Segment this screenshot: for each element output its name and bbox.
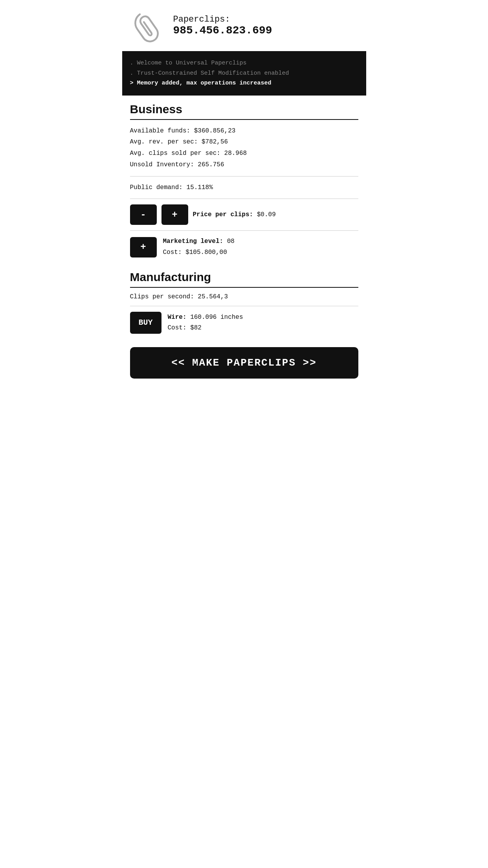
avg-rev-line: Avg. rev. per sec: $782,56	[130, 136, 358, 148]
make-paperclips-container: << MAKE PAPERCLIPS >>	[122, 339, 366, 386]
avg-clips-line: Avg. clips sold per sec: 28.968	[130, 148, 358, 159]
paperclips-label: Paperclips:	[173, 15, 272, 24]
wire-label: Wire:	[168, 314, 187, 321]
demand-row: Public demand: 15.118%	[130, 177, 358, 199]
clips-per-second-row: Clips per second: 25.564,3	[130, 288, 358, 306]
price-decrease-button[interactable]: -	[130, 204, 157, 225]
avg-rev-value: $782,56	[202, 138, 228, 145]
unsold-line: Unsold Inventory: 265.756	[130, 159, 358, 171]
log-line-3: > Memory added, max operations increased	[130, 78, 358, 88]
marketing-upgrade-button[interactable]: +	[130, 237, 157, 257]
business-section-title: Business	[130, 96, 358, 120]
paperclip-icon	[130, 8, 165, 43]
paperclips-count: 985.456.823.699	[173, 24, 272, 37]
clips-per-sec-value: 25.564,3	[198, 293, 228, 300]
marketing-level-value: 08	[227, 238, 235, 245]
business-section: Business Available funds: $360.856,23 Av…	[122, 96, 366, 263]
wire-cost-value: $82	[190, 324, 202, 331]
business-stats: Available funds: $360.856,23 Avg. rev. p…	[130, 120, 358, 177]
wire-row: BUY Wire: 160.096 inches Cost: $82	[130, 306, 358, 339]
manufacturing-section-title: Manufacturing	[130, 263, 358, 288]
price-text: Price per clips: $0.09	[193, 211, 276, 218]
manufacturing-section: Manufacturing Clips per second: 25.564,3…	[122, 263, 366, 339]
wire-cost-label: Cost:	[168, 324, 187, 331]
log-line-2: . Trust-Constrained Self Modification en…	[130, 68, 358, 79]
wire-cost-line: Cost: $82	[168, 323, 243, 333]
price-increase-button[interactable]: +	[161, 204, 188, 225]
unsold-label: Unsold Inventory:	[130, 161, 194, 168]
marketing-cost-line: Cost: $105.800,00	[163, 247, 235, 258]
clips-per-sec-label: Clips per second:	[130, 293, 194, 300]
header: Paperclips: 985.456.823.699	[122, 0, 366, 51]
avg-clips-label: Avg. clips sold per sec:	[130, 150, 220, 157]
price-label: Price per clips:	[193, 211, 253, 218]
make-paperclips-button[interactable]: << MAKE PAPERCLIPS >>	[130, 347, 358, 379]
price-value: $0.09	[257, 211, 276, 218]
unsold-value: 265.756	[198, 161, 224, 168]
marketing-row: + Marketing level: 08 Cost: $105.800,00	[130, 231, 358, 263]
price-row: - + Price per clips: $0.09	[130, 199, 358, 231]
wire-amount-line: Wire: 160.096 inches	[168, 312, 243, 323]
marketing-cost-value: $105.800,00	[185, 249, 227, 256]
header-text: Paperclips: 985.456.823.699	[173, 15, 272, 37]
marketing-level-label: Marketing level:	[163, 238, 224, 245]
log-line-1: . Welcome to Universal Paperclips	[130, 58, 358, 68]
marketing-info: Marketing level: 08 Cost: $105.800,00	[163, 236, 235, 257]
bottom-spacer	[122, 386, 366, 418]
avg-rev-label: Avg. rev. per sec:	[130, 138, 198, 145]
available-funds-line: Available funds: $360.856,23	[130, 125, 358, 137]
console-log: . Welcome to Universal Paperclips . Trus…	[122, 51, 366, 96]
avg-clips-value: 28.968	[224, 150, 247, 157]
available-funds-value: $360.856,23	[194, 127, 236, 134]
available-funds-label: Available funds:	[130, 127, 191, 134]
demand-line: Public demand: 15.118%	[130, 182, 358, 193]
marketing-level-line: Marketing level: 08	[163, 236, 235, 247]
demand-label: Public demand:	[130, 184, 183, 191]
wire-info: Wire: 160.096 inches Cost: $82	[168, 312, 243, 333]
demand-value: 15.118%	[187, 184, 213, 191]
marketing-cost-label: Cost:	[163, 249, 182, 256]
wire-value: 160.096 inches	[190, 314, 243, 321]
buy-wire-button[interactable]: BUY	[130, 312, 161, 334]
